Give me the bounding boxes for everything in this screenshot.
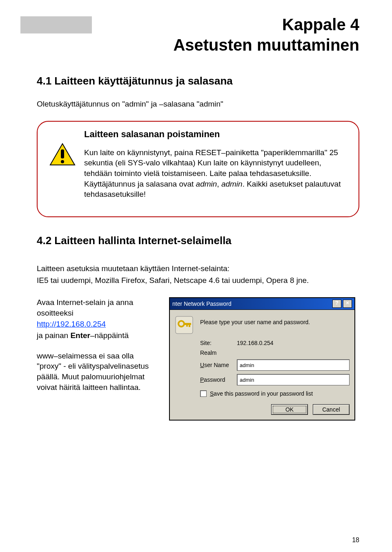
press-enter-key: Enter [70,331,90,340]
svg-rect-5 [184,323,191,325]
password-input[interactable] [237,374,350,385]
press-enter-line: ja painan Enter–näppäintä [37,330,155,341]
ok-button[interactable]: OK [271,404,308,415]
dialog-body: Please type your user name and password.… [170,310,354,420]
network-password-dialog: nter Network Password ? × [169,297,355,421]
password-row: Password [200,372,350,387]
warning-em-2: admin [221,180,243,188]
dialog-button-row: OK Cancel [175,404,350,415]
dialog-title: nter Network Password [172,300,232,307]
warning-icon [48,129,77,207]
cancel-button[interactable]: Cancel [313,404,350,415]
press-enter-c: –näppäintä [90,331,129,340]
realm-row: Realm [200,348,350,358]
warning-callout: Laitteen salasanan poistaminen Kun laite… [37,121,359,217]
username-row: User Name [200,358,350,372]
site-row: Site: 192.168.0.254 [200,338,350,348]
svg-point-2 [61,160,64,163]
section-4-1-heading: 4.1 Laitteen käyttäjätunnus ja salasana [37,75,359,87]
proxy-note: www–selaimessa ei saa olla "proxy" - eli… [37,351,155,393]
chapter-title: Asetusten muuttaminen [37,36,359,54]
page-number: 18 [352,536,359,544]
help-button[interactable]: ? [332,300,341,308]
press-enter-a: ja painan [37,331,70,340]
chapter-label: Kappale 4 [37,16,359,33]
warning-em-1: admin [196,180,217,188]
chapter-header: Kappale 4 Asetusten muuttaminen [37,16,359,54]
section-4-2-p1: Laitteen asetuksia muutetaan käyttäen In… [37,263,359,274]
password-label: Password [200,376,237,383]
save-password-label: Save this password in your password list [210,390,313,397]
section-4-2-heading: 4.2 Laitteen hallinta Internet-selaimell… [37,234,359,247]
dialog-prompt: Please type your user name and password. [200,316,350,325]
save-password-row[interactable]: Save this password in your password list [200,387,350,398]
instruction-text: Avaa Internet-selain ja anna osoitteeksi… [37,297,155,392]
warning-title: Laitteen salasanan poistaminen [84,129,348,140]
site-value: 192.168.0.254 [237,340,350,346]
username-label: User Name [200,362,237,368]
section-4-2-p2: IE5 tai uudempi, Mozilla Firefox, Safari… [37,275,359,286]
warning-body: Kun laite on käynnistynyt, paina RESET–p… [84,147,348,200]
save-password-checkbox[interactable] [200,390,207,397]
auth-dialog-figure: nter Network Password ? × [169,297,359,421]
section-4-1-intro: Oletuskäyttäjätunnus on "admin" ja –sala… [37,99,359,109]
document-page: Kappale 4 Asetusten muuttaminen 4.1 Lait… [0,0,392,421]
instruction-row: Avaa Internet-selain ja anna osoitteeksi… [37,297,359,421]
key-icon [175,316,200,336]
close-button[interactable]: × [343,300,352,308]
svg-rect-7 [186,325,188,327]
dialog-titlebar[interactable]: nter Network Password ? × [170,298,354,310]
svg-rect-6 [189,325,190,327]
username-input[interactable] [237,359,350,371]
router-url-link[interactable]: http://192.168.0.254 [37,320,106,328]
warning-content: Laitteen salasanan poistaminen Kun laite… [84,129,348,207]
open-browser-line: Avaa Internet-selain ja anna osoitteeksi [37,297,155,318]
svg-rect-1 [61,149,64,158]
warning-body-mid: , [217,180,221,188]
realm-label: Realm [200,349,237,356]
site-label: Site: [200,340,237,346]
